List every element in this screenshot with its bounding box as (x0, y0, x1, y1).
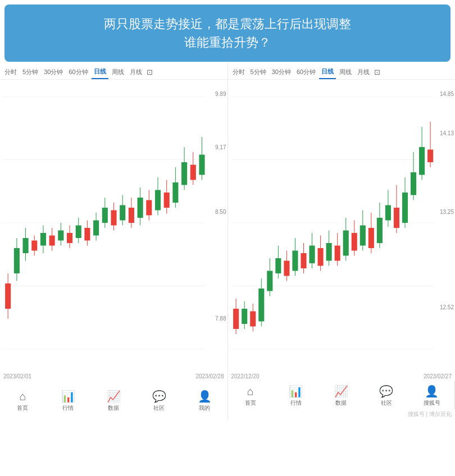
community-icon-right: 💬 (379, 385, 393, 398)
candlestick-chart-left (0, 80, 228, 372)
svg-rect-18 (58, 231, 63, 241)
nav-profile-label-right: 搜狐号 (424, 399, 440, 407)
svg-rect-99 (410, 172, 416, 195)
svg-rect-73 (301, 253, 306, 268)
tab-expand-right[interactable]: ⊡ (374, 68, 380, 76)
header-title: 两只股票走势接近，都是震荡上行后出现调整 谁能重拾升势？ (16, 15, 439, 52)
svg-rect-101 (419, 147, 425, 175)
svg-rect-95 (393, 208, 399, 228)
svg-rect-24 (84, 228, 90, 241)
price-mid2-left: 8.50 (215, 209, 226, 215)
date-end-left: 2023/02/28 (195, 373, 224, 379)
profile-icon-left: 👤 (198, 390, 212, 403)
svg-rect-63 (258, 289, 264, 322)
price-high-right: 14.85 (440, 91, 454, 97)
nav-community-left[interactable]: 💬 社区 (147, 390, 171, 412)
svg-rect-32 (120, 205, 125, 221)
tab-fenshi-right[interactable]: 分时 (230, 66, 247, 79)
svg-rect-20 (67, 233, 72, 243)
nav-home-label-right: 首页 (245, 399, 256, 407)
nav-data-right[interactable]: 📈 数据 (329, 385, 353, 407)
tab-daily-left[interactable]: 日线 (92, 65, 108, 79)
date-start-right: 2022/12/20 (231, 373, 260, 379)
chart-panel-right: 分时 5分钟 30分钟 60分钟 日线 周线 月线 ⊡ 14.85 14.13 … (228, 62, 456, 419)
tab-30min-left[interactable]: 30分钟 (42, 66, 65, 79)
price-high-left: 9.89 (215, 91, 226, 97)
svg-rect-69 (284, 261, 289, 276)
watermark-area: 搜狐号 | 博尔亘化 (228, 409, 456, 419)
title-line1: 两只股票走势接近，都是震荡上行后出现调整 (16, 15, 439, 33)
market-icon-right: 📊 (289, 385, 303, 398)
svg-rect-42 (164, 193, 170, 208)
nav-data-label-right: 数据 (335, 399, 347, 407)
svg-rect-67 (275, 258, 281, 273)
svg-rect-85 (351, 233, 357, 251)
price-low-left: 7.88 (215, 315, 226, 322)
chart-area-right: 14.85 14.13 13.25 12.52 (228, 80, 456, 372)
svg-rect-38 (146, 200, 152, 216)
tab-monthly-right[interactable]: 月线 (355, 66, 372, 79)
svg-rect-61 (250, 312, 256, 327)
svg-rect-91 (376, 218, 382, 243)
nav-profile-left[interactable]: 👤 我的 (192, 390, 217, 412)
nav-profile-right[interactable]: 👤 搜狐号 (420, 385, 444, 407)
bottom-nav-left: ⌂ 首页 📊 行情 📈 数据 💬 社区 👤 我的 (0, 381, 228, 419)
market-icon-left: 📊 (61, 390, 75, 403)
charts-container: 分时 5分钟 30分钟 60分钟 日线 周线 月线 ⊡ 9.89 9.17 8.… (0, 62, 455, 419)
svg-rect-44 (172, 182, 178, 203)
svg-rect-10 (22, 238, 28, 253)
date-end-right: 2023/02/27 (424, 373, 452, 379)
tab-60min-right[interactable]: 60分钟 (294, 66, 318, 79)
chart-area-left: 9.89 9.17 8.50 7.88 (0, 80, 228, 372)
profile-icon-right: 👤 (425, 385, 439, 398)
nav-home-right[interactable]: ⌂ 首页 (238, 385, 263, 407)
header-banner: 两只股票走势接近，都是震荡上行后出现调整 谁能重拾升势？ (4, 4, 451, 62)
date-bar-left: 2023/02/01 2023/02/28 (0, 372, 228, 381)
svg-rect-46 (181, 162, 187, 185)
date-start-left: 2023/02/01 (3, 373, 31, 379)
nav-profile-label-left: 我的 (199, 404, 210, 412)
price-low-right: 12.52 (440, 304, 454, 310)
nav-market-left[interactable]: 📊 行情 (56, 390, 80, 412)
svg-rect-50 (199, 155, 204, 175)
svg-rect-81 (334, 246, 340, 261)
nav-community-label-left: 社区 (153, 404, 165, 412)
tab-5min-right[interactable]: 5分钟 (248, 66, 269, 79)
svg-rect-40 (155, 190, 161, 210)
svg-rect-6 (5, 283, 11, 309)
nav-data-label-left: 数据 (108, 404, 119, 412)
svg-rect-36 (138, 198, 143, 218)
svg-rect-34 (129, 208, 134, 223)
tab-expand-left[interactable]: ⊡ (147, 68, 153, 76)
nav-market-right[interactable]: 📊 行情 (284, 385, 308, 407)
svg-rect-71 (292, 251, 298, 271)
svg-rect-97 (402, 193, 407, 223)
nav-market-label-right: 行情 (290, 399, 302, 407)
nav-community-right[interactable]: 💬 社区 (374, 385, 399, 407)
svg-rect-65 (267, 271, 272, 291)
tab-weekly-right[interactable]: 周线 (337, 66, 354, 79)
tab-60min-left[interactable]: 60分钟 (66, 66, 90, 79)
svg-rect-83 (343, 231, 348, 256)
nav-data-left[interactable]: 📈 数据 (101, 390, 126, 412)
tab-5min-left[interactable]: 5分钟 (20, 66, 40, 79)
tab-fenshi-left[interactable]: 分时 (2, 66, 19, 79)
chart-panel-left: 分时 5分钟 30分钟 60分钟 日线 周线 月线 ⊡ 9.89 9.17 8.… (0, 62, 228, 419)
price-mid1-right: 14.13 (440, 130, 454, 136)
tab-weekly-left[interactable]: 周线 (110, 66, 126, 79)
data-icon-left: 📈 (107, 390, 121, 403)
data-icon-right: 📈 (334, 385, 348, 398)
tab-monthly-left[interactable]: 月线 (128, 66, 144, 79)
svg-rect-16 (49, 236, 55, 246)
tab-bar-right: 分时 5分钟 30分钟 60分钟 日线 周线 月线 ⊡ (228, 62, 456, 80)
svg-rect-28 (102, 208, 108, 223)
svg-rect-22 (76, 226, 81, 239)
tab-daily-right[interactable]: 日线 (319, 65, 336, 79)
title-line2: 谁能重拾升势？ (16, 33, 439, 52)
svg-rect-30 (111, 210, 116, 226)
candlestick-chart-right (228, 80, 456, 372)
tab-30min-right[interactable]: 30分钟 (270, 66, 293, 79)
svg-rect-14 (40, 233, 46, 246)
nav-home-left[interactable]: ⌂ 首页 (10, 390, 35, 412)
watermark-text: 搜狐号 | 博尔亘化 (408, 410, 452, 418)
